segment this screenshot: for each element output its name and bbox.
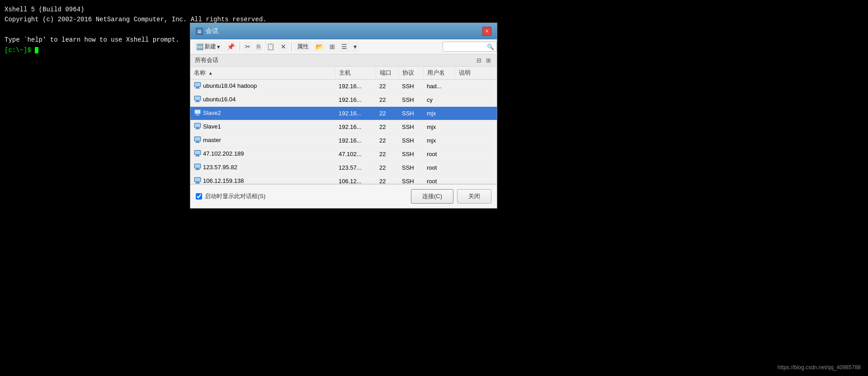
new-icon: 🆕: [196, 43, 203, 50]
table-row[interactable]: master 192.16... 22 SSH mjx: [190, 134, 497, 148]
more-button[interactable]: ▾: [351, 41, 359, 52]
session-username: mjx: [423, 134, 455, 148]
session-protocol: SSH: [398, 107, 423, 120]
col-header-name[interactable]: 名称 ▲: [190, 67, 335, 80]
footer-right: 连接(C) 关闭: [411, 189, 491, 204]
sort-arrow: ▲: [208, 71, 213, 76]
dialog-title-icon: 🖥: [196, 28, 203, 35]
session-username: cy: [423, 93, 455, 107]
sessions-dialog: 🖥 会话 × 🆕 新建 ▾ 📌 ✂ ⎘ 📋 ✕ 属性 📂 ⊞ ☰ ▾ 🔍 所有会…: [190, 23, 497, 209]
session-note: [455, 107, 497, 120]
svg-rect-28: [195, 156, 200, 157]
session-name: ubuntu16.04: [190, 93, 335, 107]
session-username: root: [423, 161, 455, 175]
session-icon: [194, 150, 201, 157]
session-icon: [194, 95, 201, 103]
delete-button[interactable]: ✕: [278, 41, 289, 52]
dialog-close-button[interactable]: ×: [482, 27, 491, 36]
collapse-button[interactable]: ⊟: [475, 57, 483, 64]
col-header-host[interactable]: 主机: [335, 67, 376, 80]
new-label: 新建: [204, 43, 216, 51]
table-row[interactable]: Slave2 192.16... 22 SSH mjx: [190, 107, 497, 120]
svg-rect-26: [195, 151, 200, 154]
table-row[interactable]: 123.57.95.82 123.57... 22 SSH root: [190, 161, 497, 175]
session-icon: [194, 163, 201, 171]
open-folder-button[interactable]: 📂: [313, 41, 326, 52]
new-session-button[interactable]: 🆕 新建 ▾: [193, 41, 223, 52]
session-name: master: [190, 134, 335, 148]
session-port: 22: [376, 107, 398, 120]
table-row[interactable]: ubuntu16.04 192.16... 22 SSH cy: [190, 93, 497, 107]
svg-rect-3: [195, 88, 200, 89]
svg-rect-1: [195, 83, 200, 86]
session-port: 22: [376, 175, 398, 185]
svg-marker-29: [197, 155, 198, 156]
sessions-header-label: 所有会话: [195, 56, 218, 64]
properties-button[interactable]: 属性: [294, 41, 312, 52]
table-row[interactable]: 47.102.202.189 47.102... 22 SSH root: [190, 148, 497, 161]
watermark: https://blog.csdn.net/qq_40985788: [778, 364, 861, 371]
expand-button[interactable]: ⊞: [485, 57, 492, 64]
session-protocol: SSH: [398, 93, 423, 107]
svg-marker-24: [197, 141, 198, 142]
col-header-username[interactable]: 用户名: [423, 67, 455, 80]
table-row[interactable]: Slave1 192.16... 22 SSH mjx: [190, 120, 497, 134]
session-icon: [194, 109, 201, 116]
connect-button[interactable]: 连接(C): [411, 189, 453, 204]
startup-checkbox-label[interactable]: 启动时显示此对话框(S): [205, 192, 265, 200]
svg-rect-31: [195, 164, 200, 168]
session-host: 192.16...: [335, 107, 376, 120]
session-note: [455, 93, 497, 107]
session-host: 192.16...: [335, 134, 376, 148]
session-protocol: SSH: [398, 175, 423, 185]
grid-button[interactable]: ⊞: [327, 41, 338, 52]
properties-label: 属性: [297, 43, 309, 51]
session-icon: [194, 123, 201, 130]
session-icon: [194, 136, 201, 143]
sessions-tbody: ubuntu18.04 hadoop 192.16... 22 SSH had.…: [190, 80, 497, 185]
search-button[interactable]: 🔍: [487, 43, 494, 50]
startup-checkbox[interactable]: [196, 193, 202, 200]
col-header-port[interactable]: 端口: [376, 67, 398, 80]
view-button[interactable]: ☰: [339, 41, 350, 52]
session-name: Slave1: [190, 120, 335, 134]
svg-rect-38: [195, 183, 200, 184]
session-note: [455, 120, 497, 134]
sessions-table-area[interactable]: 名称 ▲ 主机 端口 协议 用户名 说明 ubuntu18.04: [190, 67, 497, 184]
table-row[interactable]: ubuntu18.04 hadoop 192.16... 22 SSH had.…: [190, 80, 497, 93]
dialog-title: 🖥 会话: [196, 27, 218, 35]
session-host: 192.16...: [335, 93, 376, 107]
dialog-title-text: 会话: [206, 27, 218, 35]
session-port: 22: [376, 134, 398, 148]
pin-button[interactable]: 📌: [224, 41, 237, 52]
session-port: 22: [376, 161, 398, 175]
session-name: 47.102.202.189: [190, 148, 335, 161]
col-header-note[interactable]: 说明: [455, 67, 497, 80]
footer-left: 启动时显示此对话框(S): [196, 192, 265, 200]
cut-button[interactable]: ✂: [242, 41, 253, 52]
session-host: 123.57...: [335, 161, 376, 175]
sessions-table: 名称 ▲ 主机 端口 协议 用户名 说明 ubuntu18.04: [190, 67, 497, 184]
session-name: 106.12.159.138: [190, 175, 335, 185]
new-dropdown-arrow: ▾: [217, 43, 220, 50]
toolbar-sep-1: [240, 42, 240, 51]
dialog-titlebar: 🖥 会话 ×: [190, 23, 497, 39]
session-port: 22: [376, 93, 398, 107]
session-username: root: [423, 148, 455, 161]
session-username: mjx: [423, 120, 455, 134]
session-name: Slave2: [190, 107, 335, 120]
table-row[interactable]: 106.12.159.138 106.12... 22 SSH root: [190, 175, 497, 185]
paste-button[interactable]: 📋: [264, 41, 277, 52]
session-protocol: SSH: [398, 161, 423, 175]
session-port: 22: [376, 148, 398, 161]
session-protocol: SSH: [398, 80, 423, 93]
session-note: [455, 134, 497, 148]
toolbar-sep-2: [291, 42, 292, 51]
copy-button[interactable]: ⎘: [254, 41, 263, 52]
svg-marker-9: [197, 100, 198, 101]
svg-rect-11: [195, 110, 200, 114]
close-button[interactable]: 关闭: [457, 189, 491, 204]
dialog-toolbar: 🆕 新建 ▾ 📌 ✂ ⎘ 📋 ✕ 属性 📂 ⊞ ☰ ▾ 🔍: [190, 39, 497, 54]
col-header-protocol[interactable]: 协议: [398, 67, 423, 80]
svg-marker-4: [197, 87, 198, 88]
